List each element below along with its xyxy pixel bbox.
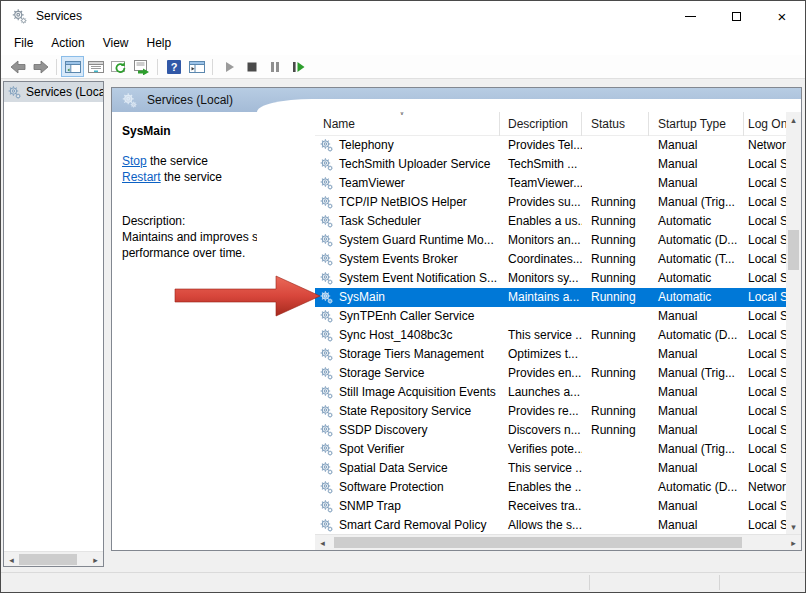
scroll-up-icon[interactable]: ▴ bbox=[786, 112, 801, 127]
table-row[interactable]: TCP/IP NetBIOS Helper Provides su... Run… bbox=[315, 193, 786, 212]
table-row[interactable]: Storage Tiers Management Optimizes t... … bbox=[315, 345, 786, 364]
service-status: Running bbox=[582, 288, 649, 307]
tree-item-services-local[interactable]: Services (Local) bbox=[4, 82, 103, 102]
service-startup-type: Automatic (D... bbox=[649, 478, 744, 497]
service-status bbox=[582, 136, 649, 155]
stop-service-icon[interactable] bbox=[240, 56, 263, 77]
service-gear-icon bbox=[319, 385, 334, 400]
table-row[interactable]: SynTPEnh Caller Service Manual Local Sy bbox=[315, 307, 786, 326]
service-name-cell: State Repository Service bbox=[315, 402, 500, 421]
table-row[interactable]: TeamViewer TeamViewer... Manual Local Sy bbox=[315, 174, 786, 193]
service-name: Smart Card Removal Policy bbox=[339, 516, 486, 534]
restart-service-link[interactable]: Restart bbox=[122, 170, 161, 184]
pause-service-icon[interactable] bbox=[263, 56, 286, 77]
service-startup-type: Manual bbox=[649, 345, 744, 364]
table-row[interactable]: Still Image Acquisition Events Launches … bbox=[315, 383, 786, 402]
list-horizontal-scrollbar[interactable]: ◂ ▸ bbox=[315, 534, 801, 550]
table-row[interactable]: System Guard Runtime Mo... Monitors an..… bbox=[315, 231, 786, 250]
service-gear-icon bbox=[319, 423, 334, 438]
show-action-pane-icon[interactable] bbox=[185, 56, 208, 77]
service-log-on-as: Local Sy bbox=[744, 516, 786, 534]
service-gear-icon bbox=[319, 347, 334, 362]
show-console-tree-icon[interactable] bbox=[61, 56, 84, 77]
table-row[interactable]: Smart Card Removal Policy Allows the s..… bbox=[315, 516, 786, 534]
table-row[interactable]: System Event Notification S... Monitors … bbox=[315, 269, 786, 288]
service-name-cell: SynTPEnh Caller Service bbox=[315, 307, 500, 326]
list-vertical-scrollbar[interactable]: ▴ ▾ bbox=[786, 112, 801, 534]
table-row[interactable]: Sync Host_1408bc3c This service ... Runn… bbox=[315, 326, 786, 345]
table-row[interactable]: Software Protection Enables the ... Auto… bbox=[315, 478, 786, 497]
services-app-icon bbox=[11, 8, 28, 25]
maximize-button[interactable] bbox=[713, 1, 759, 31]
service-description: Provides en... bbox=[500, 364, 582, 383]
service-log-on-as: Local Se bbox=[744, 497, 786, 516]
scrollbar-thumb[interactable] bbox=[788, 230, 799, 270]
service-log-on-as: Local Sy bbox=[744, 288, 786, 307]
table-row[interactable]: TechSmith Uploader Service TechSmith ...… bbox=[315, 155, 786, 174]
forward-icon[interactable] bbox=[29, 56, 52, 77]
refresh-icon[interactable] bbox=[107, 56, 130, 77]
service-name-cell: Task Scheduler bbox=[315, 212, 500, 231]
service-description: This service ... bbox=[500, 459, 582, 478]
service-log-on-as: Local Sy bbox=[744, 326, 786, 345]
properties-icon[interactable] bbox=[84, 56, 107, 77]
table-row[interactable]: Storage Service Provides en... Running M… bbox=[315, 364, 786, 383]
scroll-right-icon[interactable]: ▸ bbox=[88, 552, 103, 567]
service-log-on-as: Local Sy bbox=[744, 155, 786, 174]
service-name-cell: TeamViewer bbox=[315, 174, 500, 193]
table-row[interactable]: Task Scheduler Enables a us... Running A… bbox=[315, 212, 786, 231]
tree-horizontal-scrollbar[interactable]: ◂ ▸ bbox=[4, 551, 103, 566]
table-row[interactable]: Spot Verifier Verifies pote... Manual (T… bbox=[315, 440, 786, 459]
column-header-description[interactable]: Description bbox=[500, 112, 582, 136]
table-row[interactable]: Spatial Data Service This service ... Ma… bbox=[315, 459, 786, 478]
status-bar-divider bbox=[589, 575, 590, 590]
tree-item-label: Services (Local) bbox=[26, 85, 103, 99]
column-header-log-on[interactable]: Log On bbox=[744, 112, 786, 136]
service-status: Running bbox=[582, 421, 649, 440]
scrollbar-thumb[interactable] bbox=[334, 537, 742, 548]
service-name: Spatial Data Service bbox=[339, 459, 448, 478]
start-service-icon[interactable] bbox=[217, 56, 240, 77]
service-name: Storage Tiers Management bbox=[339, 345, 484, 364]
back-icon[interactable] bbox=[6, 56, 29, 77]
table-row[interactable]: System Events Broker Coordinates... Runn… bbox=[315, 250, 786, 269]
scroll-right-icon[interactable]: ▸ bbox=[786, 535, 801, 550]
stop-service-link[interactable]: Stop bbox=[122, 154, 147, 168]
service-description: Discovers n... bbox=[500, 421, 582, 440]
service-description: Provides re... bbox=[500, 402, 582, 421]
service-startup-type: Manual bbox=[649, 516, 744, 534]
scroll-left-icon[interactable]: ◂ bbox=[4, 552, 19, 567]
restart-suffix: the service bbox=[161, 170, 222, 184]
column-header-name[interactable]: Name ∨ bbox=[315, 112, 500, 136]
service-gear-icon bbox=[319, 233, 334, 248]
minimize-icon bbox=[685, 16, 696, 17]
service-gear-icon bbox=[319, 480, 334, 495]
menu-help[interactable]: Help bbox=[138, 33, 181, 53]
services-list: Name ∨ Description Status Startup Type L… bbox=[257, 99, 801, 550]
service-startup-type: Automatic bbox=[649, 269, 744, 288]
export-list-icon[interactable] bbox=[130, 56, 153, 77]
minimize-button[interactable] bbox=[667, 1, 713, 31]
service-gear-icon bbox=[319, 214, 334, 229]
scroll-left-icon[interactable]: ◂ bbox=[315, 535, 330, 550]
menu-action[interactable]: Action bbox=[42, 33, 93, 53]
help-icon[interactable]: ? bbox=[162, 56, 185, 77]
menu-file[interactable]: File bbox=[5, 33, 42, 53]
column-header-status[interactable]: Status bbox=[582, 112, 649, 136]
toolbar-separator bbox=[56, 59, 57, 75]
scrollbar-thumb[interactable] bbox=[19, 554, 77, 565]
table-row[interactable]: SNMP Trap Receives tra... Manual Local S… bbox=[315, 497, 786, 516]
table-row[interactable]: Telephony Provides Tel... Manual Network bbox=[315, 136, 786, 155]
table-row[interactable]: SysMain Maintains a... Running Automatic… bbox=[315, 288, 786, 307]
service-name-cell: Storage Service bbox=[315, 364, 500, 383]
menu-bar: File Action View Help bbox=[1, 31, 805, 55]
restart-service-icon[interactable] bbox=[286, 56, 309, 77]
service-log-on-as: Local Sy bbox=[744, 383, 786, 402]
close-button[interactable]: × bbox=[759, 1, 805, 31]
scroll-down-icon[interactable]: ▾ bbox=[786, 519, 801, 534]
service-gear-icon bbox=[319, 518, 334, 533]
column-header-startup-type[interactable]: Startup Type bbox=[649, 112, 744, 136]
table-row[interactable]: State Repository Service Provides re... … bbox=[315, 402, 786, 421]
table-row[interactable]: SSDP Discovery Discovers n... Running Ma… bbox=[315, 421, 786, 440]
menu-view[interactable]: View bbox=[94, 33, 138, 53]
